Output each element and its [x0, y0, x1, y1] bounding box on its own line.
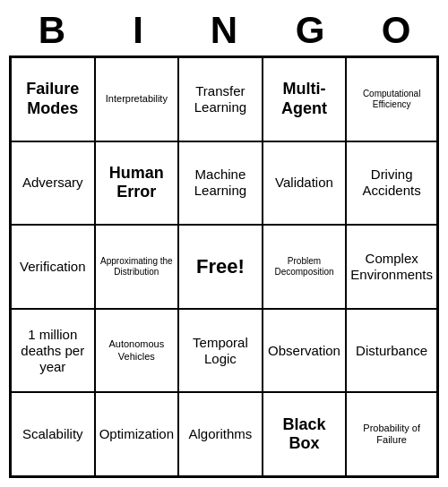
cell-text-4-0: Scalability [22, 426, 83, 442]
cell-text-1-0: Adversary [22, 175, 83, 191]
bingo-header: BINGO [9, 9, 439, 52]
cell-text-1-2: Machine Learning [183, 167, 258, 199]
cell-0-2[interactable]: Transfer Learning [178, 57, 263, 141]
cell-text-2-0: Verification [20, 259, 85, 275]
header-letter-O: O [357, 9, 435, 52]
cell-text-0-2: Transfer Learning [183, 83, 258, 115]
cell-text-1-4: Driving Accidents [350, 167, 433, 199]
cell-3-0[interactable]: 1 million deaths per year [11, 309, 95, 393]
cell-4-1[interactable]: Optimization [95, 392, 179, 476]
cell-0-1[interactable]: Interpretability [95, 57, 179, 141]
cell-text-2-2: Free! [196, 255, 245, 278]
header-letter-B: B [13, 9, 91, 52]
cell-text-4-4: Probability of Failure [350, 423, 433, 446]
header-letter-N: N [185, 9, 263, 52]
cell-0-4[interactable]: Computational Efficiency [346, 57, 437, 141]
cell-4-0[interactable]: Scalability [11, 392, 95, 476]
cell-3-3[interactable]: Observation [263, 309, 347, 393]
cell-text-4-1: Optimization [99, 426, 174, 442]
cell-text-0-4: Computational Efficiency [350, 89, 433, 110]
cell-1-1[interactable]: Human Error [95, 141, 179, 226]
cell-1-3[interactable]: Validation [263, 141, 347, 226]
cell-text-1-1: Human Error [99, 164, 175, 202]
bingo-grid: Failure ModesInterpretabilityTransfer Le… [9, 56, 439, 478]
cell-text-0-0: Failure Modes [15, 80, 90, 118]
cell-0-0[interactable]: Failure Modes [11, 57, 95, 141]
cell-3-1[interactable]: Autonomous Vehicles [95, 309, 179, 393]
cell-2-4[interactable]: Complex Environments [346, 225, 437, 309]
cell-text-2-1: Approximating the Distribution [99, 256, 175, 278]
cell-text-0-1: Interpretability [106, 93, 168, 105]
cell-2-0[interactable]: Verification [11, 225, 95, 309]
cell-4-4[interactable]: Probability of Failure [346, 392, 437, 476]
cell-1-0[interactable]: Adversary [11, 141, 95, 226]
cell-1-2[interactable]: Machine Learning [178, 141, 263, 226]
cell-1-4[interactable]: Driving Accidents [346, 141, 437, 226]
cell-text-3-1: Autonomous Vehicles [99, 338, 175, 362]
header-letter-G: G [271, 9, 349, 52]
cell-2-3[interactable]: Problem Decomposition [263, 225, 347, 309]
cell-0-3[interactable]: Multi-Agent [263, 57, 347, 141]
cell-3-2[interactable]: Temporal Logic [178, 309, 263, 393]
cell-text-2-4: Complex Environments [350, 251, 433, 283]
cell-text-0-3: Multi-Agent [267, 80, 342, 118]
cell-2-2[interactable]: Free! [178, 225, 263, 309]
header-letter-I: I [99, 9, 177, 52]
cell-3-4[interactable]: Disturbance [346, 309, 437, 393]
cell-text-4-2: Algorithms [188, 426, 252, 442]
cell-4-2[interactable]: Algorithms [178, 392, 263, 476]
cell-text-3-3: Observation [268, 343, 340, 359]
cell-text-1-3: Validation [275, 175, 333, 191]
cell-2-1[interactable]: Approximating the Distribution [95, 225, 179, 309]
cell-4-3[interactable]: Black Box [263, 392, 347, 476]
cell-text-2-3: Problem Decomposition [267, 256, 342, 278]
cell-text-3-2: Temporal Logic [183, 335, 258, 367]
cell-text-3-0: 1 million deaths per year [15, 327, 90, 375]
cell-text-4-3: Black Box [267, 415, 342, 454]
cell-text-3-4: Disturbance [356, 343, 427, 359]
